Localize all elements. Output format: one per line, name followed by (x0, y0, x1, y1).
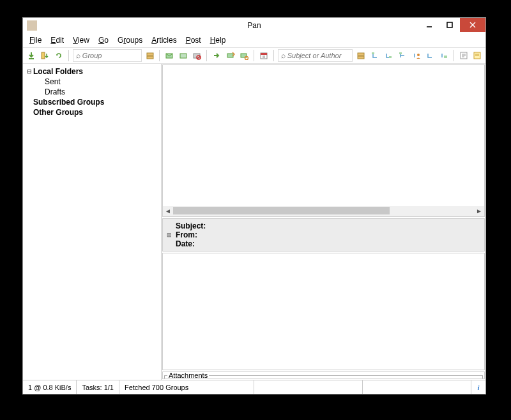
refresh-icon[interactable] (53, 50, 65, 61)
attachments-panel: Attachments (162, 371, 485, 379)
group-search-input[interactable] (82, 52, 133, 59)
svg-rect-23 (389, 56, 392, 58)
arrow-green-icon[interactable] (211, 50, 222, 61)
server-icon[interactable] (144, 50, 156, 61)
header-subject-label: Subject: (176, 221, 206, 230)
tree-label: Sent (45, 77, 61, 86)
download-list-icon[interactable] (40, 50, 51, 61)
message-icon-2[interactable] (178, 50, 189, 61)
thread-icon-1[interactable] (369, 50, 381, 61)
svg-rect-6 (147, 53, 153, 56)
tree-label: Drafts (45, 87, 65, 96)
svg-rect-17 (261, 53, 267, 55)
svg-rect-1 (447, 22, 452, 27)
search-icon: ⌕ (281, 51, 286, 60)
subject-search[interactable]: ⌕ (278, 49, 353, 62)
menu-help[interactable]: Help (206, 34, 230, 46)
stack-icon[interactable] (355, 50, 367, 61)
thread-icon-5[interactable] (438, 50, 450, 61)
menu-view[interactable]: View (69, 34, 93, 46)
svg-rect-7 (147, 56, 153, 59)
date-icon[interactable] (258, 50, 270, 61)
statusbar: 1 @ 0.8 KiB/s Tasks: 1/1 Fetched 700 Gro… (23, 380, 485, 394)
scroll-thumb[interactable] (173, 207, 390, 214)
search-icon: ⌕ (76, 51, 80, 60)
window-title: Pan (23, 18, 485, 33)
menu-edit[interactable]: Edit (47, 34, 68, 46)
collapse-icon[interactable]: ⊟ (26, 68, 33, 75)
tree-sent[interactable]: Sent (24, 77, 160, 87)
highlight-icon[interactable] (471, 50, 483, 61)
expand-icon[interactable]: ⊞ (167, 232, 174, 238)
status-speed: 1 @ 0.8 KiB/s (23, 380, 77, 394)
close-button[interactable] (460, 18, 485, 32)
tree-drafts[interactable]: Drafts (24, 87, 160, 97)
svg-rect-24 (399, 52, 402, 54)
menubar: File Edit View Go Groups Articles Post H… (23, 33, 485, 47)
scroll-left-icon[interactable]: ◄ (163, 207, 173, 214)
menu-articles[interactable]: Articles (148, 34, 180, 46)
right-pane: ◄ ► Subject: ⊞From: Date: Attachments (162, 64, 485, 380)
titlebar[interactable]: Pan (23, 18, 485, 33)
tree-local-folders[interactable]: ⊟ Local Folders (24, 66, 160, 77)
header-date-label: Date: (176, 239, 195, 248)
menu-go[interactable]: Go (95, 34, 112, 46)
text-view-icon[interactable] (458, 50, 469, 61)
app-window: Pan File Edit View Go Groups Articles Po… (22, 17, 486, 394)
svg-rect-20 (358, 53, 364, 56)
content-area: ⊟ Local Folders Sent Drafts Subscribed G… (23, 64, 485, 380)
scroll-right-icon[interactable]: ► (474, 207, 484, 214)
message-icon-1[interactable] (164, 50, 175, 61)
tree-label: Local Folders (33, 67, 83, 76)
status-empty-2 (363, 380, 471, 394)
message-list[interactable]: ◄ ► (162, 64, 485, 217)
subject-search-input[interactable] (287, 52, 348, 59)
mail-forward-icon[interactable] (225, 50, 236, 61)
info-icon[interactable]: i (471, 380, 485, 394)
thread-icon-2[interactable] (383, 50, 395, 61)
svg-rect-26 (444, 56, 447, 58)
status-message: Fetched 700 Groups (119, 380, 254, 394)
mail-refresh-icon[interactable] (239, 50, 250, 61)
message-headers: Subject: ⊞From: Date: (162, 218, 485, 251)
menu-file[interactable]: File (26, 34, 45, 46)
menu-post[interactable]: Post (182, 34, 205, 46)
download-green-icon[interactable] (26, 50, 37, 61)
app-icon (27, 20, 37, 31)
svg-point-25 (417, 54, 420, 56)
tree-other-groups[interactable]: Other Groups (24, 107, 160, 117)
svg-rect-22 (372, 52, 374, 54)
thread-icon-4[interactable] (425, 50, 436, 61)
message-body[interactable] (162, 253, 485, 370)
svg-rect-13 (227, 54, 233, 57)
tree-label: Other Groups (33, 108, 83, 117)
menu-groups[interactable]: Groups (114, 34, 146, 46)
toolbar: ⌕ ⌕ (23, 47, 485, 64)
group-search[interactable]: ⌕ (73, 49, 142, 62)
thread-user-icon[interactable] (411, 50, 422, 61)
thread-icon-3[interactable] (397, 50, 408, 61)
tree-label: Subscribed Groups (33, 98, 104, 107)
horizontal-scrollbar[interactable]: ◄ ► (163, 206, 484, 216)
header-from-label: From: (176, 230, 197, 239)
message-blocked-icon[interactable] (192, 50, 203, 61)
group-tree[interactable]: ⊟ Local Folders Sent Drafts Subscribed G… (23, 64, 162, 380)
attachments-label: Attachments (167, 371, 209, 379)
tree-subscribed-groups[interactable]: Subscribed Groups (24, 97, 160, 107)
status-tasks[interactable]: Tasks: 1/1 (77, 380, 119, 394)
svg-rect-21 (358, 56, 364, 59)
svg-point-15 (245, 57, 248, 60)
status-empty-1 (254, 380, 363, 394)
maximize-button[interactable] (439, 18, 460, 32)
svg-rect-5 (42, 52, 45, 59)
svg-rect-9 (180, 54, 187, 58)
minimize-button[interactable] (419, 18, 439, 32)
